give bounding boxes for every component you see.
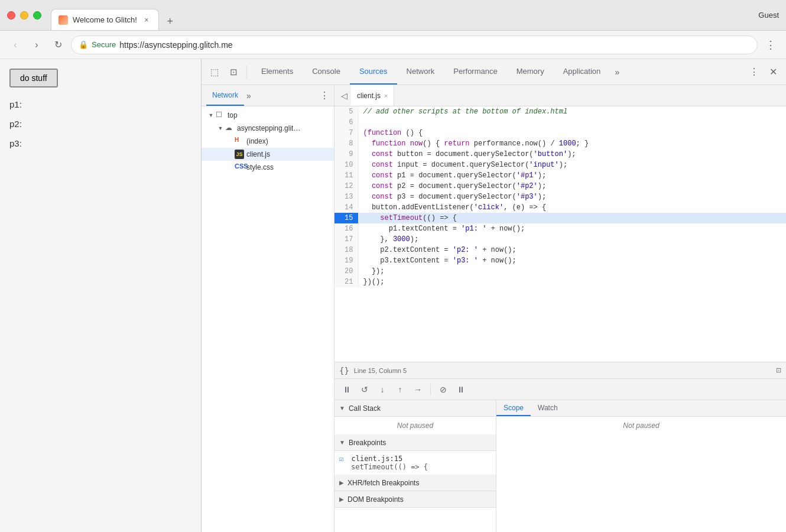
file-panel-header: Network » ⋮ [202, 85, 334, 106]
back-btn[interactable]: ‹ [7, 37, 24, 53]
code-tabs: ◁ client.js × [334, 85, 786, 106]
lock-icon: 🔒 [79, 40, 88, 49]
forward-btn[interactable]: › [28, 37, 45, 53]
format-icon[interactable]: {} [339, 366, 349, 375]
file-panel: Network » ⋮ ▼ ☐ top ▼ ☁ asyncsteppi [202, 85, 334, 532]
xhr-breakpoints-header[interactable]: ▶ XHR/fetch Breakpoints [334, 475, 496, 491]
devtools-settings-icon[interactable]: ⋮ [746, 64, 762, 80]
line-code-7: (function () { [358, 128, 786, 138]
tab-elements[interactable]: Elements [252, 59, 303, 85]
code-line-12: 12 const p2 = document.querySelector('#p… [334, 181, 786, 192]
device-toggle-icon[interactable]: ⊡ [225, 64, 242, 80]
tab-application[interactable]: Application [554, 59, 610, 85]
p3-label: p3: [9, 138, 191, 148]
line-num-12: 12 [334, 181, 358, 192]
step-btn[interactable]: → [410, 382, 426, 397]
url-bar[interactable]: 🔒 Secure https://asyncstepping.glitch.me [71, 35, 758, 54]
tree-item-clientjs[interactable]: ▶ JS client.js [202, 148, 334, 161]
line-code-21: })(); [358, 277, 786, 287]
tab-close-btn[interactable]: × [142, 15, 151, 25]
step-over-btn[interactable]: ↺ [357, 382, 372, 397]
line-num-16: 16 [334, 223, 358, 234]
do-stuff-button[interactable]: do stuff [9, 69, 58, 87]
dom-arrow-icon: ▶ [339, 496, 344, 502]
code-tab-filename: client.js [357, 92, 381, 100]
pause-resume-btn[interactable]: ⏸ [339, 382, 355, 397]
status-expand-btn[interactable]: ⊡ [776, 366, 781, 374]
tabs-more-btn[interactable]: » [610, 65, 624, 79]
deactivate-breakpoints-btn[interactable]: ⊘ [436, 382, 451, 397]
secure-label: Secure [92, 40, 116, 49]
tab-console[interactable]: Console [303, 59, 350, 85]
devtools-close-icon[interactable]: ✕ [765, 64, 781, 80]
minimize-traffic-light[interactable] [20, 11, 28, 20]
tree-item-stylecss[interactable]: ▶ CSS style.css [202, 161, 334, 174]
breakpoints-arrow-icon: ▼ [339, 439, 345, 446]
scope-tab-label: Scope [504, 404, 524, 412]
line-code-6 [358, 117, 786, 128]
line-num-9: 9 [334, 149, 358, 160]
line-code-11: const p1 = document.querySelector('#p1')… [358, 170, 786, 181]
file-panel-menu-btn[interactable]: ⋮ [320, 90, 329, 101]
breakpoint-item[interactable]: ☑ client.js:15 setTimeout(() => { [334, 451, 496, 475]
file-panel-more-btn[interactable]: » [246, 91, 251, 100]
tree-clientjs-label: client.js [246, 150, 270, 158]
xhr-breakpoints-label: XHR/fetch Breakpoints [347, 479, 419, 487]
pause-on-exceptions-btn[interactable]: ⏸ [453, 382, 469, 397]
code-status-bar: {} Line 15, Column 5 ⊡ [334, 362, 786, 378]
url-text: https://asyncstepping.glitch.me [119, 40, 232, 50]
line-code-8: function now() { return performance.now(… [358, 138, 786, 149]
tab-title: Welcome to Glitch! [73, 15, 137, 24]
debug-body: ▼ Call Stack Not paused ▼ Breakpoints [334, 400, 786, 532]
code-panel-back-icon[interactable]: ◁ [337, 89, 351, 103]
line-code-18: p2.textContent = 'p2: ' + now(); [358, 245, 786, 255]
top-folder-icon: ☐ [216, 111, 225, 120]
breakpoints-header[interactable]: ▼ Breakpoints [334, 434, 496, 451]
maximize-traffic-light[interactable] [33, 11, 41, 20]
browser-tab[interactable]: Welcome to Glitch! × [51, 9, 159, 30]
dom-breakpoints-header[interactable]: ▶ DOM Breakpoints [334, 491, 496, 508]
code-line-11: 11 const p1 = document.querySelector('#p… [334, 170, 786, 181]
select-element-icon[interactable]: ⬚ [206, 64, 223, 80]
browser-menu-btn[interactable]: ⋮ [762, 37, 779, 53]
watch-tab[interactable]: Watch [531, 400, 565, 416]
tab-performance[interactable]: Performance [444, 59, 506, 85]
scope-tab[interactable]: Scope [496, 400, 531, 416]
code-tab-close-btn[interactable]: × [384, 92, 388, 99]
line-code-17: }, 3000); [358, 234, 786, 245]
tree-item-top[interactable]: ▼ ☐ top [202, 109, 334, 122]
line-code-16: p1.textContent = 'p1: ' + now(); [358, 223, 786, 234]
scope-content: Not paused [496, 417, 786, 434]
tab-sources[interactable]: Sources [350, 59, 397, 85]
new-tab-btn[interactable]: + [161, 12, 179, 30]
tab-memory[interactable]: Memory [507, 59, 554, 85]
tree-item-site[interactable]: ▼ ☁ asyncstepping.glit… [202, 122, 334, 135]
reload-btn[interactable]: ↻ [50, 37, 66, 53]
code-tab-clientjs[interactable]: client.js × [351, 85, 394, 106]
line-num-21: 21 [334, 277, 358, 287]
code-line-14: 14 button.addEventListener('click', (e) … [334, 202, 786, 213]
scope-not-paused: Not paused [623, 421, 659, 430]
code-content[interactable]: 5 // add other scripts at the bottom of … [334, 106, 786, 362]
code-line-20: 20 }); [334, 266, 786, 277]
breakpoint-code: setTimeout(() => { [339, 463, 428, 471]
tree-stylecss-label: style.css [246, 163, 274, 171]
step-into-btn[interactable]: ↓ [375, 382, 390, 397]
cloud-icon: ☁ [225, 124, 235, 133]
code-line-18: 18 p2.textContent = 'p2: ' + now(); [334, 245, 786, 255]
tab-network[interactable]: Network [397, 59, 444, 85]
line-num-20: 20 [334, 266, 358, 277]
call-stack-header[interactable]: ▼ Call Stack [334, 400, 496, 417]
step-out-btn[interactable]: ↑ [392, 382, 408, 397]
code-line-10: 10 const input = document.querySelector(… [334, 160, 786, 170]
close-traffic-light[interactable] [7, 11, 15, 20]
line-code-15: setTimeout(() => { [358, 213, 786, 223]
debugger-section: ⏸ ↺ ↓ ↑ → ⊘ ⏸ ▼ [334, 378, 786, 532]
code-line-7: 7 (function () { [334, 128, 786, 138]
tree-item-index[interactable]: ▶ H (index) [202, 135, 334, 148]
code-line-15[interactable]: 15 setTimeout(() => { [334, 213, 786, 223]
file-panel-network-tab[interactable]: Network [206, 85, 244, 106]
p1-label: p1: [9, 99, 191, 109]
line-code-10: const input = document.querySelector('in… [358, 160, 786, 170]
cursor-position: Line 15, Column 5 [354, 367, 407, 374]
